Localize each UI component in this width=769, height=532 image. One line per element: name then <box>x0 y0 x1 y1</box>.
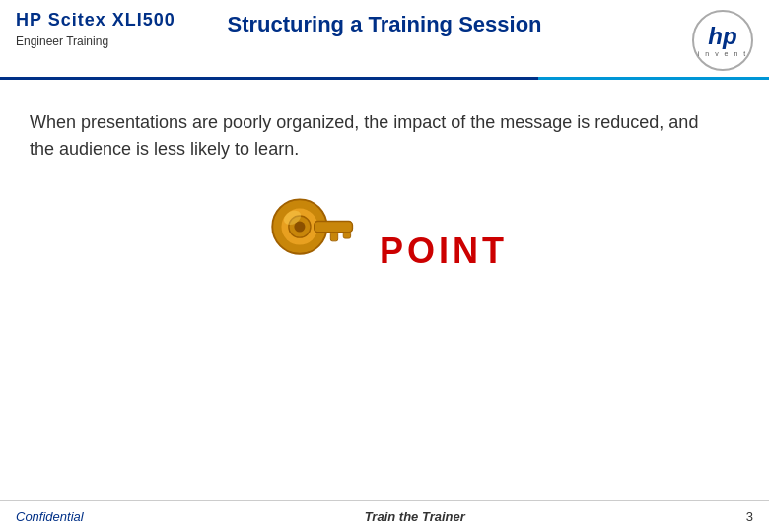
hp-logo: hp i n v e n t <box>692 10 753 71</box>
main-content: When presentations are poorly organized,… <box>0 80 769 330</box>
point-label: POINT <box>380 231 508 272</box>
footer-page-number: 3 <box>746 509 753 524</box>
svg-rect-4 <box>315 222 353 233</box>
svg-rect-6 <box>343 233 350 238</box>
key-icon <box>261 192 360 310</box>
page-title: Structuring a Training Session <box>227 12 541 37</box>
brand-logo: HP Scitex XLI500 <box>16 10 175 31</box>
body-text: When presentations are poorly organized,… <box>30 109 700 163</box>
hp-logo-circle: hp i n v e n t <box>692 10 753 71</box>
key-point-section: POINT <box>30 192 739 310</box>
hp-invent-text: i n v e n t <box>698 50 747 57</box>
footer-center-text: Train the Trainer <box>365 509 465 524</box>
engineer-training-label: Engineer Training <box>16 34 175 48</box>
hp-logo-text: hp <box>708 24 736 49</box>
footer: Confidential Train the Trainer 3 <box>0 500 769 532</box>
footer-confidential: Confidential <box>16 509 84 524</box>
header-left: HP Scitex XLI500 Engineer Training <box>16 10 175 48</box>
svg-rect-5 <box>330 233 337 241</box>
brand-name: HP Scitex XLI500 <box>16 10 175 30</box>
header: HP Scitex XLI500 Engineer Training Struc… <box>0 0 769 71</box>
